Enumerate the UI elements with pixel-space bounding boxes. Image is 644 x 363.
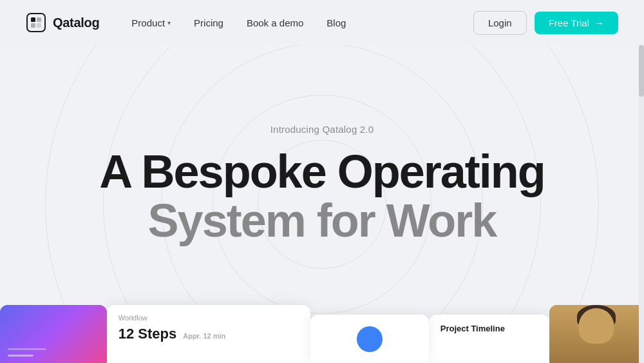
nav-book-demo-label: Book a demo xyxy=(247,17,303,28)
card-workflow: Workflow 12 Steps Appr. 12 min xyxy=(107,305,310,363)
nav-blog-label: Blog xyxy=(327,17,346,28)
logo-icon xyxy=(26,12,46,33)
svg-rect-2 xyxy=(37,17,41,22)
nav-pricing-label: Pricing xyxy=(194,17,223,28)
nav-blog[interactable]: Blog xyxy=(317,12,355,34)
free-trial-label: Free Trial xyxy=(549,17,589,28)
chevron-down-icon: ▾ xyxy=(167,19,171,26)
scrollbar[interactable] xyxy=(639,45,644,363)
svg-rect-3 xyxy=(31,23,35,28)
nav-links: Product ▾ Pricing Book a demo Blog xyxy=(122,12,355,34)
nav-product[interactable]: Product ▾ xyxy=(122,12,180,34)
logo-text: Qatalog xyxy=(53,15,99,30)
navbar-right: Login Free Trial → xyxy=(473,11,618,35)
login-button[interactable]: Login xyxy=(473,11,527,35)
navbar: Qatalog Product ▾ Pricing Book a demo Bl… xyxy=(0,0,644,45)
card-right-person xyxy=(549,305,644,363)
navbar-left: Qatalog Product ▾ Pricing Book a demo Bl… xyxy=(26,12,355,34)
hero-content: Introducing Qatalog 2.0 A Bespoke Operat… xyxy=(99,124,545,245)
nav-product-label: Product xyxy=(131,17,165,28)
workflow-label: Workflow xyxy=(118,314,299,322)
svg-rect-1 xyxy=(31,17,35,22)
hero-title-line1: A Bespoke Operating xyxy=(99,148,545,197)
card-center xyxy=(310,315,429,363)
free-trial-button[interactable]: Free Trial → xyxy=(535,12,618,34)
nav-pricing[interactable]: Pricing xyxy=(185,12,232,34)
svg-rect-0 xyxy=(27,14,45,32)
nav-book-demo[interactable]: Book a demo xyxy=(238,12,312,34)
hero-title: A Bespoke Operating System for Work xyxy=(99,148,545,245)
hero-title-line2: System for Work xyxy=(99,197,545,246)
card-project-timeline: Project Timeline xyxy=(429,315,549,363)
hero-subtitle: Introducing Qatalog 2.0 xyxy=(99,124,545,135)
arrow-icon: → xyxy=(594,17,604,28)
bottom-cards: Workflow 12 Steps Appr. 12 min Project T… xyxy=(0,305,644,363)
center-circle-icon xyxy=(357,326,383,352)
logo[interactable]: Qatalog xyxy=(26,12,99,33)
workflow-time: Appr. 12 min xyxy=(183,332,225,340)
scrollbar-thumb[interactable] xyxy=(639,45,644,97)
person-head xyxy=(579,308,614,344)
workflow-steps: 12 Steps xyxy=(118,326,177,342)
hero-section: Introducing Qatalog 2.0 A Bespoke Operat… xyxy=(0,45,644,363)
card-left-abstract xyxy=(0,305,107,363)
svg-rect-4 xyxy=(37,23,41,28)
workflow-title: 12 Steps Appr. 12 min xyxy=(118,326,299,342)
project-timeline-label: Project Timeline xyxy=(440,324,538,333)
